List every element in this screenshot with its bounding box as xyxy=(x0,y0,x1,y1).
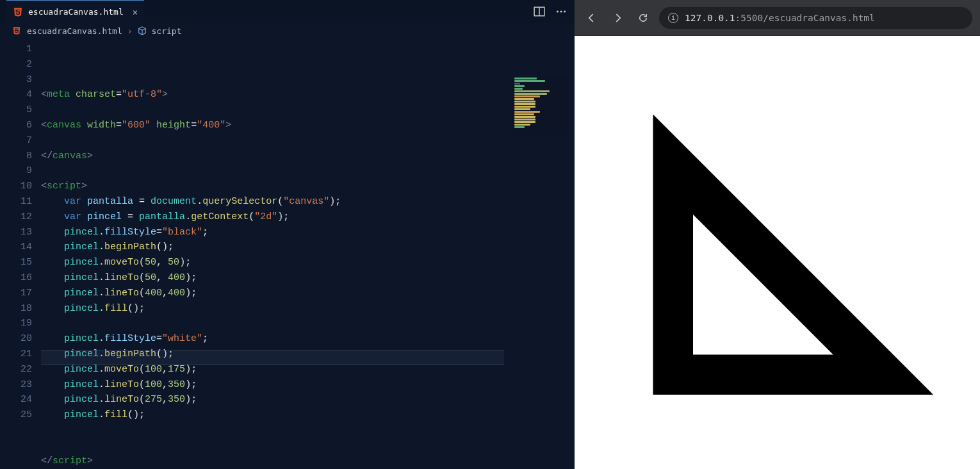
editor-tab-active[interactable]: escuadraCanvas.html × xyxy=(6,0,144,23)
reload-button[interactable] xyxy=(633,8,653,28)
canvas-output xyxy=(613,74,933,395)
rendered-page xyxy=(575,36,980,469)
svg-point-4 xyxy=(564,10,566,12)
code-editor[interactable]: 1234567891011121314151617181920212223242… xyxy=(0,38,575,469)
html-file-icon xyxy=(13,7,23,17)
close-icon[interactable]: × xyxy=(133,7,138,17)
tab-title: escuadraCanvas.html xyxy=(28,7,124,17)
svg-point-3 xyxy=(560,10,562,12)
url-port: :5500 xyxy=(735,13,764,23)
back-button[interactable] xyxy=(582,8,601,28)
breadcrumb[interactable]: escuadraCanvas.html › script xyxy=(0,23,575,38)
url-host: 127.0.0.1 xyxy=(685,13,735,23)
url-text: 127.0.0.1:5500/escuadraCanvas.html xyxy=(685,13,875,23)
svg-point-2 xyxy=(557,10,559,12)
code-content[interactable]: <meta charset="utf-8"><canvas width="600… xyxy=(41,42,575,469)
html-file-icon xyxy=(12,26,22,36)
site-info-icon[interactable]: i xyxy=(668,13,678,23)
address-bar[interactable]: i 127.0.0.1:5500/escuadraCanvas.html xyxy=(659,7,972,29)
breadcrumb-file: escuadraCanvas.html xyxy=(27,26,122,36)
url-path: /escuadraCanvas.html xyxy=(763,13,875,23)
minimap[interactable] xyxy=(512,77,568,135)
browser-pane: i 127.0.0.1:5500/escuadraCanvas.html xyxy=(575,0,980,469)
chevron-right-icon: › xyxy=(127,26,133,36)
more-actions-icon[interactable] xyxy=(555,6,567,17)
line-number-gutter: 1234567891011121314151617181920212223242… xyxy=(0,42,41,469)
editor-pane: escuadraCanvas.html × escuadraCanvas.htm… xyxy=(0,0,575,469)
forward-button[interactable] xyxy=(608,8,627,28)
split-editor-icon[interactable] xyxy=(534,6,545,17)
browser-toolbar: i 127.0.0.1:5500/escuadraCanvas.html xyxy=(575,0,980,36)
symbol-icon xyxy=(138,26,147,35)
breadcrumb-symbol: script xyxy=(152,26,182,36)
tab-bar: escuadraCanvas.html × xyxy=(0,0,575,23)
